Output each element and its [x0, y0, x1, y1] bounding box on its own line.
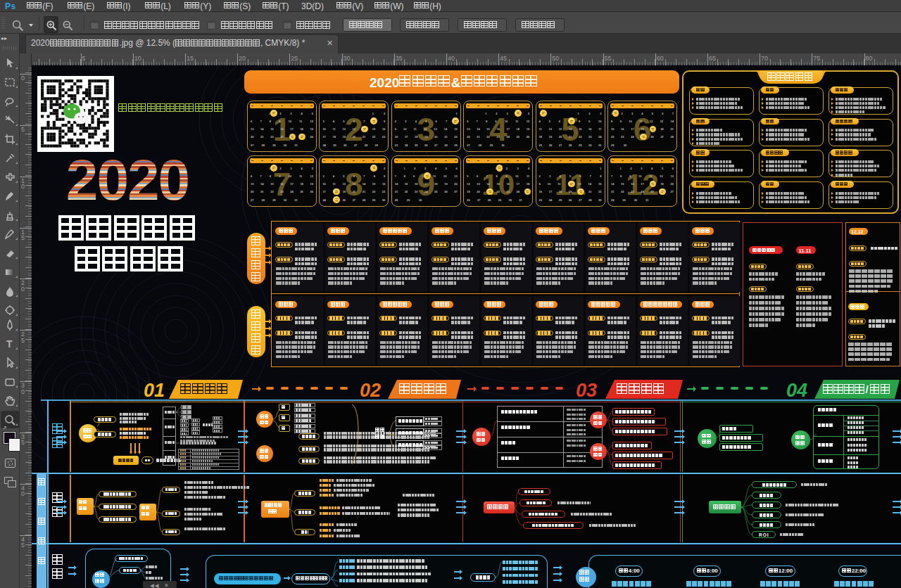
svg-text:T: T [6, 338, 13, 350]
